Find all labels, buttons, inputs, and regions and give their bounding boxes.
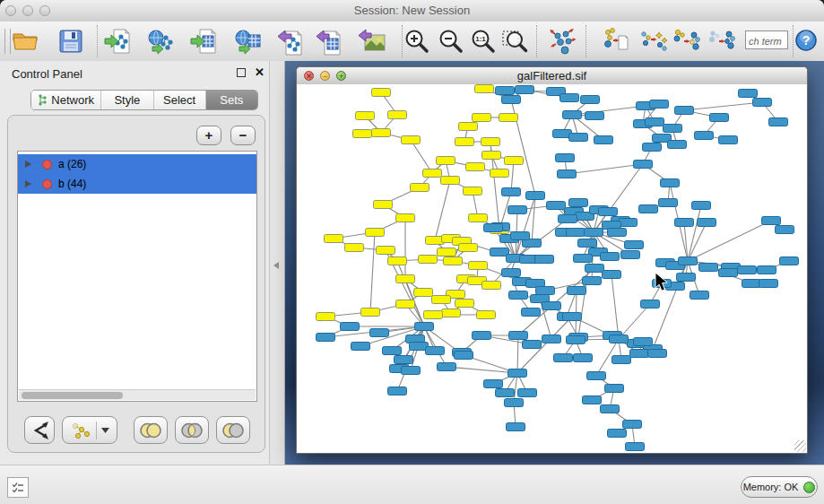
graph-node[interactable] (325, 235, 343, 243)
title-bar[interactable]: Session: New Session (0, 0, 824, 22)
graph-node[interactable] (411, 184, 429, 192)
graph-node[interactable] (698, 219, 716, 227)
graph-node[interactable] (402, 367, 421, 375)
graph-node[interactable] (563, 111, 582, 119)
apply-preferred-layout-icon[interactable] (548, 27, 577, 56)
graph-node[interactable] (780, 257, 799, 265)
graph-node[interactable] (509, 332, 528, 340)
graph-node[interactable] (414, 289, 433, 297)
graph-node[interactable] (603, 271, 621, 279)
graph-node[interactable] (477, 311, 496, 319)
graph-node[interactable] (690, 291, 709, 300)
graph-node[interactable] (612, 356, 631, 364)
graph-node[interactable] (558, 170, 577, 178)
export-network-icon[interactable] (276, 27, 305, 56)
graph-node[interactable] (639, 205, 658, 213)
tab-network[interactable]: Network (31, 91, 101, 109)
graph-node[interactable] (675, 107, 694, 115)
graph-edge[interactable] (435, 180, 450, 240)
network-view-window[interactable]: ✕ − + galFiltered.sif (296, 66, 808, 454)
graph-edge[interactable] (611, 274, 619, 339)
graph-node[interactable] (502, 96, 521, 104)
zoom-in-icon[interactable] (403, 27, 431, 56)
graph-node[interactable] (677, 274, 696, 282)
graph-node[interactable] (424, 311, 443, 319)
open-session-icon[interactable] (11, 27, 39, 56)
graph-node[interactable] (482, 152, 501, 160)
graph-node[interactable] (441, 177, 460, 185)
graph-node[interactable] (383, 347, 402, 355)
graph-node[interactable] (444, 257, 463, 265)
import-network-file-icon[interactable] (104, 27, 133, 56)
graph-node[interactable] (542, 335, 561, 343)
graph-node[interactable] (578, 239, 597, 248)
graph-node[interactable] (569, 134, 588, 142)
export-table-icon[interactable] (315, 27, 343, 56)
graph-node[interactable] (630, 350, 649, 358)
graph-node[interactable] (426, 347, 445, 355)
graph-node[interactable] (505, 157, 524, 165)
graph-node[interactable] (556, 154, 575, 162)
graph-node[interactable] (692, 202, 711, 210)
set-list-item-b[interactable]: b (44) (18, 174, 256, 194)
graph-node[interactable] (626, 443, 645, 451)
graph-node[interactable] (523, 341, 542, 349)
graph-node[interactable] (542, 302, 561, 310)
tab-style[interactable]: Style (101, 91, 153, 109)
graph-node[interactable] (442, 309, 461, 317)
graph-node[interactable] (459, 244, 478, 252)
new-network-faded-selection-icon[interactable] (708, 27, 737, 56)
graph-edge[interactable] (511, 161, 514, 192)
graph-node[interactable] (559, 215, 577, 223)
graph-edge[interactable] (688, 222, 707, 261)
graph-edge[interactable] (572, 106, 646, 115)
graph-node[interactable] (459, 123, 478, 131)
set-list-item-a[interactable]: a (26) (18, 154, 256, 174)
memory-status-button[interactable]: Memory: OK (741, 476, 818, 498)
graph-node[interactable] (473, 332, 491, 340)
graph-node[interactable] (742, 280, 761, 288)
graph-node[interactable] (502, 269, 521, 277)
graph-node[interactable] (526, 192, 545, 200)
window-resize-grip[interactable] (794, 440, 806, 452)
expand-icon[interactable] (25, 161, 31, 168)
graph-node[interactable] (601, 253, 620, 261)
graph-node[interactable] (484, 224, 503, 232)
graph-node[interactable] (396, 275, 415, 283)
create-set-button[interactable] (62, 416, 117, 444)
graph-node[interactable] (776, 226, 794, 234)
zoom-actual-size-icon[interactable]: 1:1 (469, 27, 498, 56)
graph-node[interactable] (738, 266, 757, 274)
graph-node[interactable] (668, 141, 687, 149)
graph-node[interactable] (560, 94, 579, 102)
graph-node[interactable] (345, 244, 364, 252)
graph-node[interactable] (536, 287, 555, 295)
graph-node[interactable] (739, 90, 758, 98)
close-panel-icon[interactable]: ✕ (255, 65, 265, 79)
graph-node[interactable] (438, 248, 456, 256)
graph-node[interactable] (535, 256, 554, 264)
graph-node[interactable] (610, 335, 629, 343)
graph-node[interactable] (679, 257, 698, 265)
graph-node[interactable] (395, 356, 413, 364)
graph-node[interactable] (650, 100, 669, 109)
horizontal-scrollbar[interactable] (19, 389, 256, 400)
graph-node[interactable] (643, 143, 662, 152)
graph-node[interactable] (356, 112, 375, 120)
graph-node[interactable] (388, 111, 407, 119)
graph-node[interactable] (719, 269, 738, 277)
remove-set-button[interactable]: − (230, 126, 256, 145)
graph-node[interactable] (473, 114, 491, 122)
graph-node[interactable] (509, 291, 528, 300)
graph-node[interactable] (625, 241, 644, 249)
graph-node[interactable] (361, 308, 380, 317)
intersect-sets-button[interactable] (175, 416, 209, 444)
graph-node[interactable] (623, 421, 642, 429)
graph-node[interactable] (499, 114, 518, 122)
graph-node[interactable] (585, 112, 604, 120)
graph-node[interactable] (522, 308, 541, 317)
graph-edge[interactable] (517, 335, 518, 373)
graph-node[interactable] (419, 256, 438, 264)
graph-node[interactable] (469, 214, 488, 222)
graph-node[interactable] (507, 423, 525, 431)
